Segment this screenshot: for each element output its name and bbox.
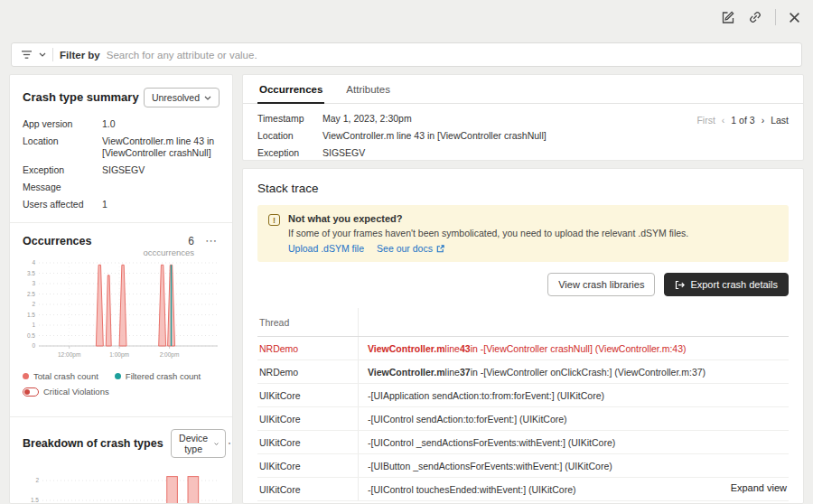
pagination-first[interactable]: First <box>696 115 715 126</box>
stack-frame-row[interactable]: UIKitCore-[UIControl _sendActionsForEven… <box>257 431 789 454</box>
warning-icon: ! <box>268 214 280 226</box>
occurrences-title: Occurrences <box>23 235 144 247</box>
summary-fields: App version1.0 LocationViewController.m … <box>23 118 220 210</box>
legend-filtered-crash-count[interactable]: Filtered crash count <box>115 371 201 381</box>
stack-frame-row[interactable]: UIKitCore-[UIApplication sendAction:to:f… <box>257 384 789 407</box>
view-crash-libraries-button[interactable]: View crash libraries <box>547 273 655 296</box>
toggle-knob <box>24 389 30 395</box>
stack-trace-title: Stack trace <box>257 182 789 195</box>
field-app-version: App version1.0 <box>23 118 220 130</box>
detail-tabs: Occurrences Attributes <box>243 75 803 104</box>
field-location: LocationViewController.m line 43 in [Vie… <box>23 135 220 159</box>
legend-dot-red <box>23 373 29 379</box>
divider <box>10 416 232 417</box>
topbar <box>721 9 800 25</box>
svg-text:4: 4 <box>32 259 35 266</box>
export-crash-details-button[interactable]: Export crash details <box>664 273 789 296</box>
thread-cell: UIKitCore <box>257 454 359 477</box>
see-docs-link[interactable]: See our docs <box>377 243 444 254</box>
annotate-icon[interactable] <box>721 10 735 24</box>
breakdown-menu-icon[interactable]: ⋯ <box>226 437 233 450</box>
thread-cell: UIKitCore <box>257 431 359 453</box>
svg-text:2:00pm: 2:00pm <box>160 351 180 359</box>
stack-frame-row[interactable]: NRDemoViewController.m line 37 in -[View… <box>257 360 789 384</box>
device-type-label: Device type <box>178 433 210 454</box>
link-icon[interactable] <box>748 10 762 24</box>
upload-dsym-link[interactable]: Upload .dSYM file <box>288 243 364 254</box>
chevron-down-icon[interactable] <box>39 52 46 57</box>
stack-trace-rows: NRDemoViewController.m line 43 in -[View… <box>257 337 789 501</box>
thread-cell: UIKitCore <box>257 478 359 500</box>
symbolication-notice: ! Not what you expected? If some of your… <box>257 205 789 262</box>
svg-text:12:00pm: 12:00pm <box>58 351 80 359</box>
filter-icon[interactable] <box>21 50 33 60</box>
expand-view-link[interactable]: Expand view <box>722 480 789 496</box>
field-exception: ExceptionSIGSEGV <box>23 164 220 176</box>
topbar-divider <box>775 9 776 25</box>
external-link-icon <box>436 245 444 253</box>
occurrences-menu-icon[interactable]: ⋯ <box>203 235 220 247</box>
svg-text:1.5: 1.5 <box>27 312 35 318</box>
occurrence-detail-panel: Occurrences Attributes TimestampMay 1, 2… <box>242 74 804 161</box>
breakdown-chart: 21.510.50 <box>23 465 221 504</box>
occurrences-legend: Total crash count Filtered crash count <box>23 371 220 381</box>
frame-cell: ViewController.m line 37 in -[ViewContro… <box>359 360 789 383</box>
stack-frame-row[interactable]: UIKitCore-[UIControl touchesEnded:withEv… <box>257 478 789 501</box>
critical-violations-row: Critical Violations <box>23 387 220 397</box>
svg-text:0.5: 0.5 <box>27 332 35 339</box>
critical-violations-toggle[interactable] <box>23 387 39 397</box>
stack-frame-row[interactable]: NRDemoViewController.m line 43 in -[View… <box>257 337 789 360</box>
thread-cell: UIKitCore <box>257 384 359 406</box>
field-exception: ExceptionSIGSEGV <box>257 147 789 159</box>
frame-cell: -[UIControl _sendActionsForEvents:withEv… <box>359 431 789 453</box>
stack-trace-actions: View crash libraries Export crash detail… <box>257 273 789 296</box>
notice-heading: Not what you expected? <box>288 213 688 224</box>
svg-text:2: 2 <box>35 477 39 483</box>
filter-search-input[interactable] <box>107 50 792 61</box>
close-icon[interactable] <box>789 12 800 23</box>
svg-text:1:00pm: 1:00pm <box>109 351 129 359</box>
field-message: Message <box>23 182 220 193</box>
device-type-dropdown[interactable]: Device type <box>171 429 226 458</box>
occurrence-fields: TimestampMay 1, 2023, 2:30pm LocationVie… <box>243 104 803 161</box>
pagination-next-icon[interactable]: › <box>762 115 765 126</box>
field-location: LocationViewController.m line 43 in [Vie… <box>257 130 789 142</box>
breakdown-title: Breakdown of crash types <box>23 437 164 450</box>
frame-cell: ViewController.m line 43 in -[ViewContro… <box>359 337 789 359</box>
crash-summary-title: Crash type summary <box>23 88 144 104</box>
filter-by-label: Filter by <box>60 50 100 61</box>
pagination: First ‹ 1 of 3 › Last <box>696 115 789 126</box>
svg-text:2: 2 <box>32 301 35 307</box>
svg-text:0: 0 <box>32 342 35 349</box>
status-dropdown[interactable]: Unresolved <box>144 88 220 107</box>
frame-cell: -[UIButton _sendActionsForEvents:withEve… <box>359 454 789 477</box>
crash-details-page: Filter by Crash type summary Unresolved … <box>0 0 813 504</box>
occurrences-chart: 43.532.521.510.5012:00pm1:00pm2:00pm <box>23 257 221 362</box>
pagination-prev-icon[interactable]: ‹ <box>722 115 725 126</box>
svg-text:1.5: 1.5 <box>31 497 39 503</box>
legend-dot-teal <box>115 373 121 379</box>
svg-text:1: 1 <box>32 322 35 328</box>
tab-occurrences[interactable]: Occurrences <box>257 75 324 104</box>
frame-cell: -[UIControl sendAction:to:forEvent:] (UI… <box>359 407 789 430</box>
filter-divider <box>52 48 53 61</box>
breakdown-header: Breakdown of crash types Device type ⋯ <box>23 429 220 458</box>
legend-total-crash-count[interactable]: Total crash count <box>23 371 98 381</box>
stack-trace-table-header: Thread <box>257 308 789 337</box>
svg-text:3: 3 <box>32 280 35 286</box>
tab-attributes[interactable]: Attributes <box>344 75 392 103</box>
stack-frame-row[interactable]: UIKitCore-[UIControl sendAction:to:forEv… <box>257 407 789 431</box>
stack-trace-panel: Stack trace ! Not what you expected? If … <box>242 168 804 504</box>
notice-body: If some of your frames haven't been symb… <box>288 228 688 238</box>
crash-summary-panel: Crash type summary Unresolved App versio… <box>9 74 233 504</box>
chevron-down-icon <box>204 96 211 100</box>
stack-trace-table: Thread NRDemoViewController.m line 43 in… <box>257 308 789 501</box>
thread-cell: NRDemo <box>257 337 359 359</box>
svg-text:3.5: 3.5 <box>27 270 35 276</box>
divider <box>10 222 232 223</box>
field-users-affected: Users affected1 <box>23 199 220 210</box>
pagination-last[interactable]: Last <box>771 115 789 126</box>
filter-bar: Filter by <box>11 42 802 67</box>
stack-frame-row[interactable]: UIKitCore-[UIButton _sendActionsForEvent… <box>257 454 789 478</box>
thread-cell: NRDemo <box>257 360 359 383</box>
